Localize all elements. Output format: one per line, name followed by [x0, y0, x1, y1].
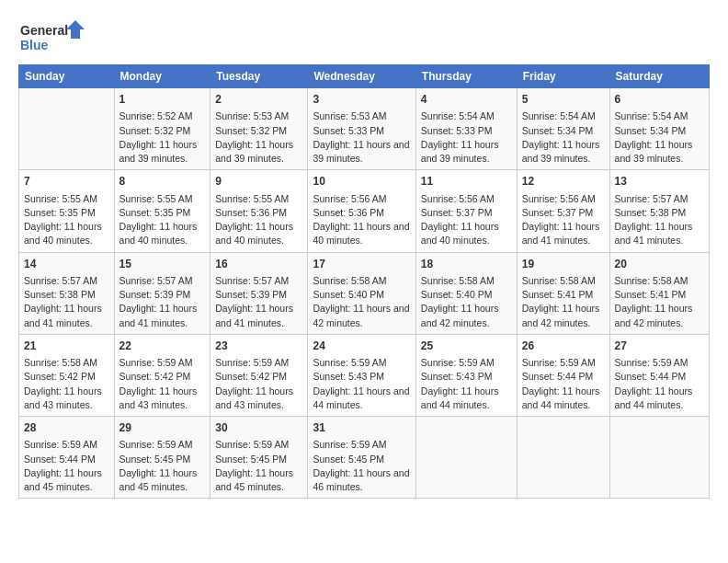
cell-content: Sunrise: 5:59 AMSunset: 5:44 PMDaylight:… [522, 356, 605, 412]
day-number: 9 [215, 174, 302, 190]
calendar-cell: 13Sunrise: 5:57 AMSunset: 5:38 PMDayligh… [609, 170, 709, 252]
day-number: 26 [522, 339, 605, 354]
cell-content: Sunrise: 5:56 AMSunset: 5:37 PMDaylight:… [522, 192, 605, 248]
cell-content: Sunrise: 5:59 AMSunset: 5:44 PMDaylight:… [24, 438, 109, 494]
cell-content: Sunrise: 5:52 AMSunset: 5:32 PMDaylight:… [119, 109, 206, 166]
svg-text:Blue: Blue [20, 38, 49, 52]
day-number: 10 [313, 174, 410, 190]
cell-content: Sunrise: 5:58 AMSunset: 5:40 PMDaylight:… [421, 274, 512, 330]
day-number: 23 [215, 339, 302, 354]
calendar-cell: 12Sunrise: 5:56 AMSunset: 5:37 PMDayligh… [517, 170, 609, 252]
column-header-sunday: Sunday [19, 65, 115, 88]
calendar-cell: 8Sunrise: 5:55 AMSunset: 5:35 PMDaylight… [114, 170, 210, 252]
calendar-cell: 21Sunrise: 5:58 AMSunset: 5:42 PMDayligh… [19, 334, 115, 416]
day-number: 29 [119, 420, 206, 436]
header-row: SundayMondayTuesdayWednesdayThursdayFrid… [19, 65, 710, 88]
cell-content: Sunrise: 5:59 AMSunset: 5:44 PMDaylight:… [615, 356, 704, 412]
cell-content: Sunrise: 5:59 AMSunset: 5:45 PMDaylight:… [119, 438, 206, 494]
cell-content: Sunrise: 5:58 AMSunset: 5:41 PMDaylight:… [522, 274, 605, 330]
column-header-monday: Monday [114, 65, 210, 88]
calendar-cell: 29Sunrise: 5:59 AMSunset: 5:45 PMDayligh… [114, 417, 210, 499]
calendar-cell: 9Sunrise: 5:55 AMSunset: 5:36 PMDaylight… [210, 170, 308, 252]
calendar-cell: 15Sunrise: 5:57 AMSunset: 5:39 PMDayligh… [114, 252, 210, 334]
svg-text:General: General [20, 23, 68, 38]
logo-icon: GeneralBlue [18, 18, 92, 55]
calendar-cell [517, 417, 609, 499]
calendar-cell: 17Sunrise: 5:58 AMSunset: 5:40 PMDayligh… [308, 252, 415, 334]
cell-content: Sunrise: 5:58 AMSunset: 5:41 PMDaylight:… [615, 274, 704, 330]
day-number: 15 [119, 257, 206, 272]
day-number: 30 [215, 420, 302, 436]
cell-content: Sunrise: 5:57 AMSunset: 5:39 PMDaylight:… [119, 274, 206, 330]
cell-content: Sunrise: 5:57 AMSunset: 5:39 PMDaylight:… [215, 274, 302, 330]
calendar-cell: 28Sunrise: 5:59 AMSunset: 5:44 PMDayligh… [19, 417, 115, 499]
calendar-cell: 11Sunrise: 5:56 AMSunset: 5:37 PMDayligh… [415, 170, 517, 252]
calendar-cell: 6Sunrise: 5:54 AMSunset: 5:34 PMDaylight… [609, 88, 709, 170]
calendar-cell: 2Sunrise: 5:53 AMSunset: 5:32 PMDaylight… [210, 88, 308, 170]
day-number: 21 [24, 339, 109, 354]
page-header: GeneralBlue [18, 18, 710, 55]
logo: GeneralBlue [18, 18, 92, 55]
day-number: 31 [313, 420, 410, 436]
calendar-cell [609, 417, 709, 499]
column-header-friday: Friday [517, 65, 609, 88]
cell-content: Sunrise: 5:58 AMSunset: 5:42 PMDaylight:… [24, 356, 109, 412]
calendar-cell: 30Sunrise: 5:59 AMSunset: 5:45 PMDayligh… [210, 417, 308, 499]
cell-content: Sunrise: 5:55 AMSunset: 5:35 PMDaylight:… [24, 192, 109, 248]
day-number: 20 [615, 257, 704, 272]
week-row-5: 28Sunrise: 5:59 AMSunset: 5:44 PMDayligh… [19, 417, 710, 499]
calendar-body: 1Sunrise: 5:52 AMSunset: 5:32 PMDaylight… [19, 88, 710, 499]
cell-content: Sunrise: 5:58 AMSunset: 5:40 PMDaylight:… [313, 274, 410, 330]
day-number: 11 [421, 174, 512, 190]
day-number: 16 [215, 257, 302, 272]
day-number: 4 [421, 92, 512, 108]
day-number: 22 [119, 339, 206, 354]
day-number: 1 [119, 92, 206, 108]
calendar-cell: 25Sunrise: 5:59 AMSunset: 5:43 PMDayligh… [415, 334, 517, 416]
day-number: 28 [24, 420, 109, 436]
cell-content: Sunrise: 5:53 AMSunset: 5:32 PMDaylight:… [215, 109, 302, 166]
day-number: 18 [421, 257, 512, 272]
week-row-1: 1Sunrise: 5:52 AMSunset: 5:32 PMDaylight… [19, 88, 710, 170]
day-number: 27 [615, 339, 704, 354]
cell-content: Sunrise: 5:55 AMSunset: 5:35 PMDaylight:… [119, 192, 206, 248]
calendar-cell: 10Sunrise: 5:56 AMSunset: 5:36 PMDayligh… [308, 170, 415, 252]
calendar-cell [19, 88, 115, 170]
cell-content: Sunrise: 5:56 AMSunset: 5:37 PMDaylight:… [421, 192, 512, 248]
calendar-cell: 16Sunrise: 5:57 AMSunset: 5:39 PMDayligh… [210, 252, 308, 334]
calendar-cell: 26Sunrise: 5:59 AMSunset: 5:44 PMDayligh… [517, 334, 609, 416]
calendar-cell: 14Sunrise: 5:57 AMSunset: 5:38 PMDayligh… [19, 252, 115, 334]
column-header-wednesday: Wednesday [308, 65, 415, 88]
calendar-cell: 22Sunrise: 5:59 AMSunset: 5:42 PMDayligh… [114, 334, 210, 416]
cell-content: Sunrise: 5:59 AMSunset: 5:45 PMDaylight:… [215, 438, 302, 494]
cell-content: Sunrise: 5:59 AMSunset: 5:45 PMDaylight:… [313, 438, 410, 494]
cell-content: Sunrise: 5:57 AMSunset: 5:38 PMDaylight:… [24, 274, 109, 330]
calendar-cell: 20Sunrise: 5:58 AMSunset: 5:41 PMDayligh… [609, 252, 709, 334]
calendar-cell: 7Sunrise: 5:55 AMSunset: 5:35 PMDaylight… [19, 170, 115, 252]
cell-content: Sunrise: 5:54 AMSunset: 5:34 PMDaylight:… [615, 109, 704, 166]
day-number: 24 [313, 339, 410, 354]
calendar-cell [415, 417, 517, 499]
day-number: 17 [313, 257, 410, 272]
column-header-thursday: Thursday [415, 65, 517, 88]
cell-content: Sunrise: 5:53 AMSunset: 5:33 PMDaylight:… [313, 109, 410, 166]
cell-content: Sunrise: 5:57 AMSunset: 5:38 PMDaylight:… [615, 192, 704, 248]
day-number: 13 [615, 174, 704, 190]
day-number: 2 [215, 92, 302, 108]
calendar-cell: 19Sunrise: 5:58 AMSunset: 5:41 PMDayligh… [517, 252, 609, 334]
cell-content: Sunrise: 5:55 AMSunset: 5:36 PMDaylight:… [215, 192, 302, 248]
cell-content: Sunrise: 5:59 AMSunset: 5:43 PMDaylight:… [421, 356, 512, 412]
day-number: 8 [119, 174, 206, 190]
day-number: 7 [24, 174, 109, 190]
calendar-cell: 24Sunrise: 5:59 AMSunset: 5:43 PMDayligh… [308, 334, 415, 416]
week-row-2: 7Sunrise: 5:55 AMSunset: 5:35 PMDaylight… [19, 170, 710, 252]
day-number: 14 [24, 257, 109, 272]
calendar-cell: 5Sunrise: 5:54 AMSunset: 5:34 PMDaylight… [517, 88, 609, 170]
calendar-table: SundayMondayTuesdayWednesdayThursdayFrid… [18, 64, 710, 499]
cell-content: Sunrise: 5:54 AMSunset: 5:34 PMDaylight:… [522, 109, 605, 166]
calendar-cell: 23Sunrise: 5:59 AMSunset: 5:42 PMDayligh… [210, 334, 308, 416]
day-number: 6 [615, 92, 704, 108]
day-number: 12 [522, 174, 605, 190]
week-row-3: 14Sunrise: 5:57 AMSunset: 5:38 PMDayligh… [19, 252, 710, 334]
cell-content: Sunrise: 5:59 AMSunset: 5:42 PMDaylight:… [215, 356, 302, 412]
